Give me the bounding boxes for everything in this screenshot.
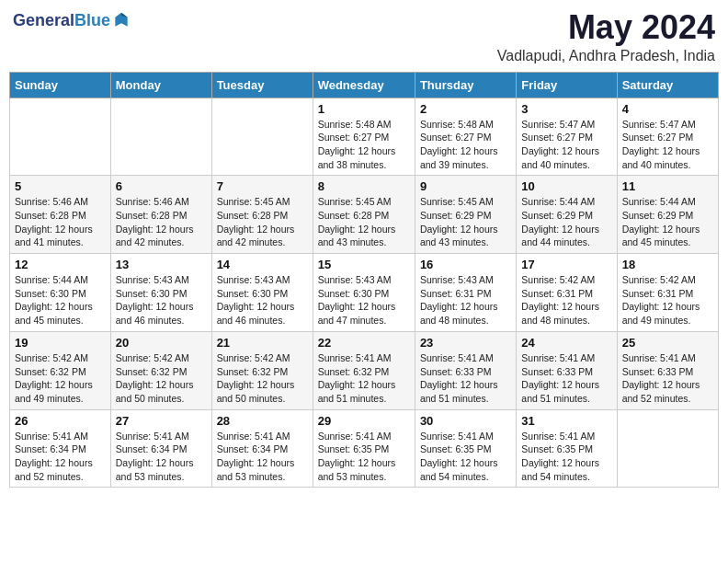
- day-info: Sunrise: 5:47 AM Sunset: 6:27 PM Dayligh…: [521, 118, 611, 172]
- table-row: 24Sunrise: 5:41 AM Sunset: 6:33 PM Dayli…: [517, 331, 617, 409]
- day-number: 30: [420, 414, 511, 428]
- logo-text: GeneralBlue: [13, 9, 131, 30]
- day-info: Sunrise: 5:41 AM Sunset: 6:33 PM Dayligh…: [521, 351, 611, 406]
- table-row: 13Sunrise: 5:43 AM Sunset: 6:30 PM Dayli…: [110, 254, 211, 332]
- col-monday: Monday: [110, 72, 211, 98]
- day-info: Sunrise: 5:48 AM Sunset: 6:27 PM Dayligh…: [318, 118, 410, 172]
- day-info: Sunrise: 5:42 AM Sunset: 6:31 PM Dayligh…: [521, 273, 611, 327]
- day-info: Sunrise: 5:43 AM Sunset: 6:30 PM Dayligh…: [318, 273, 410, 327]
- col-sunday: Sunday: [10, 72, 111, 98]
- header: GeneralBlue May 2024 Vadlapudi, Andhra P…: [9, 9, 719, 64]
- table-row: 26Sunrise: 5:41 AM Sunset: 6:34 PM Dayli…: [10, 409, 111, 488]
- logo-icon: [112, 11, 131, 29]
- day-info: Sunrise: 5:41 AM Sunset: 6:33 PM Dayligh…: [622, 351, 713, 406]
- table-row: 6Sunrise: 5:46 AM Sunset: 6:28 PM Daylig…: [110, 176, 211, 254]
- day-info: Sunrise: 5:43 AM Sunset: 6:30 PM Dayligh…: [116, 273, 207, 327]
- day-info: Sunrise: 5:48 AM Sunset: 6:27 PM Dayligh…: [420, 118, 511, 172]
- day-info: Sunrise: 5:45 AM Sunset: 6:28 PM Dayligh…: [217, 195, 308, 249]
- day-number: 23: [420, 336, 511, 350]
- day-number: 27: [116, 414, 207, 428]
- day-info: Sunrise: 5:46 AM Sunset: 6:28 PM Dayligh…: [15, 195, 106, 249]
- day-number: 29: [318, 414, 410, 428]
- day-number: 2: [420, 102, 511, 116]
- table-row: 2Sunrise: 5:48 AM Sunset: 6:27 PM Daylig…: [415, 98, 516, 176]
- col-wednesday: Wednesday: [313, 72, 415, 98]
- day-info: Sunrise: 5:41 AM Sunset: 6:35 PM Dayligh…: [318, 430, 410, 484]
- table-row: 8Sunrise: 5:45 AM Sunset: 6:28 PM Daylig…: [313, 176, 415, 254]
- calendar-week-row: 26Sunrise: 5:41 AM Sunset: 6:34 PM Dayli…: [10, 409, 719, 488]
- day-number: 11: [622, 179, 713, 193]
- logo-general: GeneralBlue: [13, 9, 110, 30]
- calendar-week-row: 5Sunrise: 5:46 AM Sunset: 6:28 PM Daylig…: [10, 176, 719, 254]
- main-title: May 2024: [497, 9, 715, 46]
- table-row: 19Sunrise: 5:42 AM Sunset: 6:32 PM Dayli…: [10, 331, 111, 409]
- day-number: 7: [217, 179, 308, 193]
- col-tuesday: Tuesday: [211, 72, 313, 98]
- day-number: 25: [622, 336, 713, 350]
- table-row: 15Sunrise: 5:43 AM Sunset: 6:30 PM Dayli…: [313, 254, 415, 332]
- col-thursday: Thursday: [415, 72, 516, 98]
- day-number: 4: [622, 102, 713, 116]
- calendar-table: Sunday Monday Tuesday Wednesday Thursday…: [9, 72, 719, 488]
- day-number: 5: [15, 179, 106, 193]
- day-number: 20: [116, 336, 207, 350]
- day-info: Sunrise: 5:42 AM Sunset: 6:32 PM Dayligh…: [15, 351, 106, 406]
- calendar-week-row: 12Sunrise: 5:44 AM Sunset: 6:30 PM Dayli…: [10, 254, 719, 332]
- day-info: Sunrise: 5:46 AM Sunset: 6:28 PM Dayligh…: [116, 195, 207, 249]
- day-info: Sunrise: 5:41 AM Sunset: 6:34 PM Dayligh…: [217, 430, 308, 484]
- day-info: Sunrise: 5:42 AM Sunset: 6:32 PM Dayligh…: [217, 351, 308, 406]
- table-row: 22Sunrise: 5:41 AM Sunset: 6:32 PM Dayli…: [313, 331, 415, 409]
- day-number: 26: [15, 414, 106, 428]
- calendar-week-row: 1Sunrise: 5:48 AM Sunset: 6:27 PM Daylig…: [10, 98, 719, 176]
- day-info: Sunrise: 5:41 AM Sunset: 6:32 PM Dayligh…: [318, 351, 410, 406]
- day-number: 3: [521, 102, 611, 116]
- table-row: 3Sunrise: 5:47 AM Sunset: 6:27 PM Daylig…: [517, 98, 617, 176]
- table-row: 31Sunrise: 5:41 AM Sunset: 6:35 PM Dayli…: [517, 409, 617, 488]
- table-row: 25Sunrise: 5:41 AM Sunset: 6:33 PM Dayli…: [617, 331, 718, 409]
- day-info: Sunrise: 5:47 AM Sunset: 6:27 PM Dayligh…: [622, 118, 713, 172]
- day-number: 6: [116, 179, 207, 193]
- col-friday: Friday: [517, 72, 617, 98]
- day-number: 15: [318, 258, 410, 271]
- table-row: [211, 98, 313, 176]
- calendar-header-row: Sunday Monday Tuesday Wednesday Thursday…: [10, 72, 719, 98]
- day-info: Sunrise: 5:41 AM Sunset: 6:34 PM Dayligh…: [15, 430, 106, 484]
- day-info: Sunrise: 5:43 AM Sunset: 6:30 PM Dayligh…: [217, 273, 308, 327]
- day-info: Sunrise: 5:44 AM Sunset: 6:30 PM Dayligh…: [15, 273, 106, 327]
- table-row: 18Sunrise: 5:42 AM Sunset: 6:31 PM Dayli…: [617, 254, 718, 332]
- day-info: Sunrise: 5:44 AM Sunset: 6:29 PM Dayligh…: [521, 195, 611, 249]
- day-number: 14: [217, 258, 308, 271]
- subtitle: Vadlapudi, Andhra Pradesh, India: [497, 48, 715, 64]
- table-row: [110, 98, 211, 176]
- day-info: Sunrise: 5:45 AM Sunset: 6:28 PM Dayligh…: [318, 195, 410, 249]
- table-row: 30Sunrise: 5:41 AM Sunset: 6:35 PM Dayli…: [415, 409, 516, 488]
- title-section: May 2024 Vadlapudi, Andhra Pradesh, Indi…: [497, 9, 715, 64]
- calendar-week-row: 19Sunrise: 5:42 AM Sunset: 6:32 PM Dayli…: [10, 331, 719, 409]
- table-row: [617, 409, 718, 488]
- table-row: 12Sunrise: 5:44 AM Sunset: 6:30 PM Dayli…: [10, 254, 111, 332]
- table-row: 17Sunrise: 5:42 AM Sunset: 6:31 PM Dayli…: [517, 254, 617, 332]
- day-number: 16: [420, 258, 511, 271]
- day-info: Sunrise: 5:43 AM Sunset: 6:31 PM Dayligh…: [420, 273, 511, 327]
- day-number: 8: [318, 179, 410, 193]
- table-row: [10, 98, 111, 176]
- table-row: 27Sunrise: 5:41 AM Sunset: 6:34 PM Dayli…: [110, 409, 211, 488]
- page-container: GeneralBlue May 2024 Vadlapudi, Andhra P…: [9, 9, 719, 488]
- day-number: 21: [217, 336, 308, 350]
- table-row: 29Sunrise: 5:41 AM Sunset: 6:35 PM Dayli…: [313, 409, 415, 488]
- day-number: 1: [318, 102, 410, 116]
- day-number: 24: [521, 336, 611, 350]
- day-number: 19: [15, 336, 106, 350]
- day-number: 13: [116, 258, 207, 271]
- table-row: 9Sunrise: 5:45 AM Sunset: 6:29 PM Daylig…: [415, 176, 516, 254]
- table-row: 14Sunrise: 5:43 AM Sunset: 6:30 PM Dayli…: [211, 254, 313, 332]
- day-info: Sunrise: 5:45 AM Sunset: 6:29 PM Dayligh…: [420, 195, 511, 249]
- day-number: 17: [521, 258, 611, 271]
- table-row: 28Sunrise: 5:41 AM Sunset: 6:34 PM Dayli…: [211, 409, 313, 488]
- day-number: 28: [217, 414, 308, 428]
- day-info: Sunrise: 5:41 AM Sunset: 6:35 PM Dayligh…: [521, 430, 611, 484]
- table-row: 5Sunrise: 5:46 AM Sunset: 6:28 PM Daylig…: [10, 176, 111, 254]
- day-info: Sunrise: 5:42 AM Sunset: 6:32 PM Dayligh…: [116, 351, 207, 406]
- table-row: 23Sunrise: 5:41 AM Sunset: 6:33 PM Dayli…: [415, 331, 516, 409]
- table-row: 21Sunrise: 5:42 AM Sunset: 6:32 PM Dayli…: [211, 331, 313, 409]
